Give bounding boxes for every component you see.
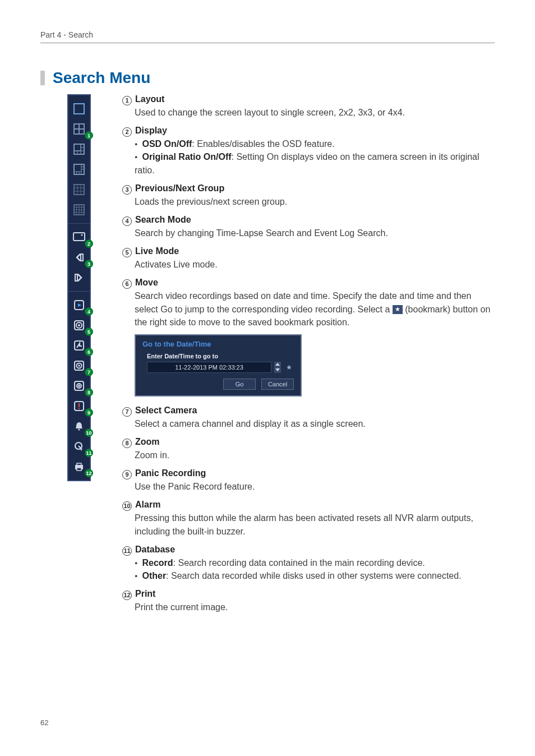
- item-select-camera: 7Select Camera Select a camera channel a…: [122, 405, 495, 430]
- goto-datetime-dialog: Go to the Date/Time Enter Date/Time to g…: [135, 334, 302, 397]
- search-mode-icon[interactable]: 4: [71, 297, 87, 314]
- item-title-1: Layout: [135, 94, 164, 104]
- move-icon[interactable]: 6: [71, 337, 87, 354]
- item-prev-next: 3Previous/Next Group Loads the previous/…: [122, 183, 495, 208]
- svg-point-37: [78, 324, 80, 326]
- title-bar: Search Menu: [40, 69, 150, 87]
- item-title-10: Alarm: [135, 500, 160, 510]
- layout-2x2-icon[interactable]: 1: [71, 121, 87, 137]
- item-display: 2Display OSD On/Off: Enables/disables th…: [122, 126, 495, 177]
- item-layout: 1Layout Used to change the screen layout…: [122, 94, 495, 119]
- circled-7: 7: [122, 407, 132, 417]
- svg-rect-11: [74, 164, 81, 172]
- item-title-4: Search Mode: [135, 215, 191, 225]
- datetime-spinner[interactable]: [274, 362, 281, 373]
- layout-3x3-icon[interactable]: [71, 181, 87, 198]
- star-icon: ★: [393, 305, 403, 314]
- svg-point-30: [81, 234, 83, 236]
- print-icon[interactable]: 12: [71, 458, 87, 475]
- item-body-10: Pressing this button while the alarm has…: [135, 511, 495, 537]
- dialog-label: Enter Date/Time to go to: [147, 353, 294, 359]
- circled-3: 3: [122, 185, 132, 195]
- datetime-input[interactable]: 11-22-2013 PM 02:33:23: [147, 362, 271, 373]
- layout-1plus7-icon[interactable]: [71, 161, 87, 178]
- badge-8: 8: [85, 388, 93, 397]
- svg-rect-48: [79, 408, 80, 409]
- badge-2: 2: [85, 239, 93, 248]
- item-body-11: Record: Search recording data contained …: [135, 556, 495, 582]
- live-mode-icon[interactable]: 5: [71, 317, 87, 334]
- item-body-5: Activates Live mode.: [135, 258, 495, 271]
- item-title-11: Database: [135, 545, 175, 555]
- spinner-up-icon[interactable]: [274, 362, 281, 367]
- svg-marker-56: [275, 368, 280, 371]
- alarm-icon[interactable]: 10: [71, 418, 87, 435]
- item-title-2: Display: [135, 126, 167, 136]
- item-body-2: OSD On/Off: Enables/disables the OSD fea…: [135, 137, 495, 177]
- svg-marker-34: [78, 303, 81, 307]
- circled-9: 9: [122, 470, 132, 480]
- database-icon[interactable]: 11: [71, 438, 87, 455]
- content-area: 1Layout Used to change the screen layout…: [122, 94, 495, 620]
- svg-rect-31: [81, 254, 83, 261]
- svg-rect-29: [73, 233, 85, 241]
- item-title-8: Zoom: [135, 437, 160, 447]
- select-camera-icon[interactable]: 7: [71, 357, 87, 374]
- item-body-3: Loads the previous/next screen group.: [135, 195, 495, 208]
- search-menu-sidebar: 1 2 3 4 5 6 7 8: [67, 94, 91, 481]
- layout-1plus5-icon[interactable]: [71, 141, 87, 158]
- item-database: 11Database Record: Search recording data…: [122, 545, 495, 582]
- badge-10: 10: [85, 428, 93, 437]
- badge-11: 11: [85, 449, 93, 457]
- badge-5: 5: [85, 328, 93, 336]
- svg-rect-0: [74, 104, 84, 114]
- svg-point-49: [79, 429, 80, 431]
- svg-rect-47: [79, 403, 80, 407]
- panic-recording-icon[interactable]: 9: [71, 398, 87, 414]
- item-title-7: Select Camera: [135, 405, 197, 416]
- title-accent: [40, 71, 45, 85]
- badge-4: 4: [85, 307, 93, 316]
- svg-marker-55: [275, 363, 280, 366]
- svg-point-41: [78, 365, 80, 367]
- item-body-4: Search by changing Time-Lapse Search and…: [135, 227, 495, 239]
- badge-3: 3: [85, 260, 93, 268]
- circled-8: 8: [122, 439, 132, 448]
- svg-rect-53: [77, 463, 81, 465]
- item-print: 12Print Print the current image.: [122, 589, 495, 614]
- item-title-9: Panic Recording: [135, 468, 206, 478]
- layout-single-icon[interactable]: [71, 100, 87, 117]
- circled-6: 6: [122, 279, 132, 289]
- svg-rect-54: [77, 468, 81, 471]
- layout-4x4-icon[interactable]: [71, 201, 87, 218]
- badge-6: 6: [85, 348, 93, 356]
- page-title: Search Menu: [53, 69, 150, 87]
- svg-rect-32: [75, 274, 77, 281]
- item-panic-recording: 9Panic Recording Use the Panic Record fe…: [122, 468, 495, 493]
- item-title-3: Previous/Next Group: [135, 183, 224, 193]
- badge-12: 12: [85, 469, 93, 477]
- item-zoom: 8Zoom Zoom in.: [122, 437, 495, 462]
- item-body-7: Select a camera channel and display it a…: [135, 417, 495, 430]
- bookmark-button[interactable]: ★: [284, 362, 294, 373]
- spinner-down-icon[interactable]: [274, 367, 281, 373]
- circled-11: 11: [122, 546, 132, 556]
- circled-2: 2: [122, 127, 132, 137]
- item-live-mode: 5Live Mode Activates Live mode.: [122, 246, 495, 271]
- prev-group-icon[interactable]: 3: [71, 249, 87, 266]
- dialog-title: Go to the Date/Time: [142, 340, 294, 348]
- item-alarm: 10Alarm Pressing this button while the a…: [122, 500, 495, 537]
- cancel-button[interactable]: Cancel: [261, 379, 294, 390]
- svg-marker-51: [80, 449, 82, 451]
- page-number: 62: [40, 718, 48, 727]
- next-group-icon[interactable]: [71, 269, 87, 286]
- display-icon[interactable]: 2: [71, 229, 87, 246]
- item-body-9: Use the Panic Record feature.: [135, 480, 495, 493]
- item-move: 6Move Search video recordings based on d…: [122, 278, 495, 397]
- svg-rect-5: [74, 144, 81, 151]
- svg-rect-17: [74, 185, 84, 195]
- go-button[interactable]: Go: [223, 379, 256, 390]
- header-rule: [40, 43, 495, 43]
- zoom-icon[interactable]: 8: [71, 377, 87, 394]
- item-body-6: Search video recordings based on date an…: [135, 289, 495, 329]
